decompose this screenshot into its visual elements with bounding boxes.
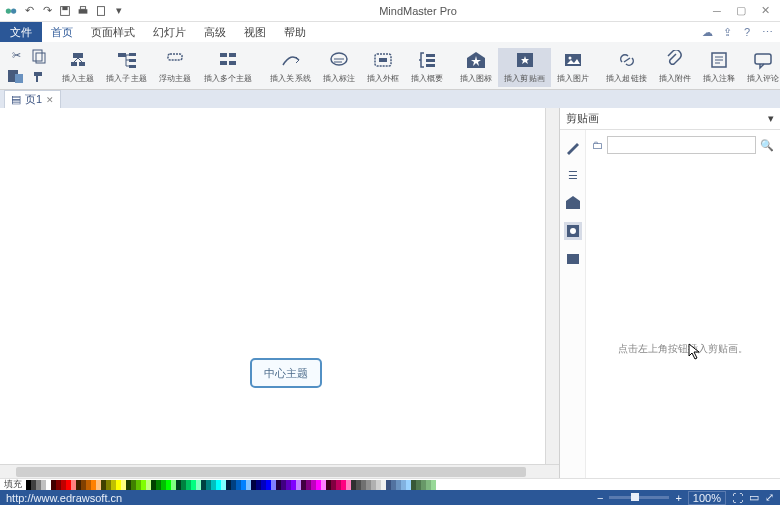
notify-icon[interactable]: ⋯ xyxy=(760,25,774,39)
ribbon-link-button[interactable]: 插入超链接 xyxy=(600,48,653,87)
copy-icon[interactable] xyxy=(30,48,50,64)
status-url: http://www.edrawsoft.cn xyxy=(6,492,122,504)
zoom-in-button[interactable]: + xyxy=(675,492,681,504)
color-swatch[interactable] xyxy=(431,480,436,490)
center-topic-node[interactable]: 中心主题 xyxy=(250,358,322,388)
zoom-level[interactable]: 100% xyxy=(688,491,726,505)
panel-task-icon[interactable] xyxy=(564,250,582,268)
menubar-right-icons: ☁ ⇪ ? ⋯ xyxy=(700,25,780,39)
cloud-icon[interactable]: ☁ xyxy=(700,25,714,39)
qat-dropdown-icon[interactable]: ▾ xyxy=(112,4,126,18)
quick-access-toolbar: ↶ ↷ ▾ xyxy=(0,4,130,18)
tab-home[interactable]: 首页 xyxy=(42,22,82,42)
ribbon-label: 插入图标 xyxy=(460,73,492,85)
ribbon-callout-button[interactable]: 插入标注 xyxy=(317,48,361,87)
ribbon-note-button[interactable]: 插入注释 xyxy=(697,48,741,87)
svg-rect-30 xyxy=(426,54,435,57)
palette-swatches xyxy=(26,480,436,490)
svg-rect-32 xyxy=(426,64,435,67)
fit-page-icon[interactable]: ⛶ xyxy=(732,492,743,504)
ribbon-subtopic-button[interactable]: 插入子主题 xyxy=(100,48,153,87)
print-icon[interactable] xyxy=(76,4,90,18)
panel-format-icon[interactable] xyxy=(564,138,582,156)
undo-icon[interactable]: ↶ xyxy=(22,4,36,18)
tab-pagestyle[interactable]: 页面样式 xyxy=(82,22,144,42)
panel-outline-icon[interactable]: ☰ xyxy=(564,166,582,184)
ribbon-relation-button[interactable]: 插入关系线 xyxy=(264,48,317,87)
document-tab[interactable]: ▤ 页1 ✕ xyxy=(4,90,61,108)
right-panel: 剪贴画 ▾ ☰ 🗀 🔍 点击左上角按钮插入剪贴画。 xyxy=(560,108,780,478)
ribbon-image-button[interactable]: 插入图片 xyxy=(551,48,595,87)
tab-slideshow[interactable]: 幻灯片 xyxy=(144,22,195,42)
ribbon-multi-button[interactable]: 插入多个主题 xyxy=(197,48,259,87)
svg-rect-12 xyxy=(71,62,77,66)
share-icon[interactable]: ⇪ xyxy=(720,25,734,39)
ribbon-boundary-button[interactable]: 插入外框 xyxy=(361,48,405,87)
library-icon[interactable]: 🗀 xyxy=(592,139,603,151)
main-area: 中心主题 剪贴画 ▾ ☰ 🗀 🔍 点击左上角按钮 xyxy=(0,108,780,478)
svg-rect-29 xyxy=(379,58,387,62)
cut-icon[interactable]: ✂ xyxy=(6,48,26,64)
help-icon[interactable]: ? xyxy=(740,25,754,39)
file-menu-button[interactable]: 文件 xyxy=(0,22,42,42)
ribbon-summary-button[interactable]: 插入概要 xyxy=(405,48,449,87)
search-icon[interactable]: 🔍 xyxy=(760,139,774,152)
scrollbar-thumb[interactable] xyxy=(16,467,526,477)
export-icon[interactable] xyxy=(94,4,108,18)
ribbon-label: 插入概要 xyxy=(411,73,443,85)
tab-help[interactable]: 帮助 xyxy=(275,22,315,42)
paste-icon[interactable] xyxy=(6,68,26,84)
close-button[interactable]: ✕ xyxy=(754,3,776,19)
ribbon-label: 插入评论 xyxy=(747,73,779,85)
ribbon-clipart-button[interactable]: 插入剪贴画 xyxy=(498,48,551,87)
vertical-scrollbar[interactable] xyxy=(545,108,559,464)
app-icon xyxy=(4,4,18,18)
link-icon xyxy=(616,50,638,70)
svg-point-35 xyxy=(569,57,572,60)
topic-icon xyxy=(67,50,89,70)
svg-line-15 xyxy=(78,58,82,62)
svg-point-1 xyxy=(11,8,16,13)
ribbon-label: 插入超链接 xyxy=(606,73,647,85)
doctab-label: 页1 xyxy=(25,92,42,107)
svg-rect-16 xyxy=(118,53,126,57)
ribbon-label: 插入主题 xyxy=(62,73,94,85)
tab-advanced[interactable]: 高级 xyxy=(195,22,235,42)
panel-clipart-icon[interactable] xyxy=(564,222,582,240)
ribbon-float-button[interactable]: 浮动主题 xyxy=(153,48,197,87)
ribbon-label: 插入关系线 xyxy=(270,73,311,85)
svg-rect-19 xyxy=(129,65,136,68)
zoom-out-button[interactable]: − xyxy=(597,492,603,504)
clipart-search-input[interactable] xyxy=(607,136,756,154)
ribbon-iconlib-button[interactable]: 插入图标 xyxy=(454,48,498,87)
svg-rect-9 xyxy=(33,50,42,61)
panel-iconlib-icon[interactable] xyxy=(564,194,582,212)
fullscreen-icon[interactable]: ⤢ xyxy=(765,491,774,504)
ribbon-label: 插入多个主题 xyxy=(204,73,253,85)
svg-line-14 xyxy=(74,58,78,62)
save-icon[interactable] xyxy=(58,4,72,18)
horizontal-scrollbar[interactable] xyxy=(0,464,559,478)
redo-icon[interactable]: ↷ xyxy=(40,4,54,18)
minimize-button[interactable]: ─ xyxy=(706,3,728,19)
zoom-slider-knob[interactable] xyxy=(631,493,639,501)
clipboard-group: ✂ xyxy=(4,44,28,87)
status-bar: http://www.edrawsoft.cn − + 100% ⛶ ▭ ⤢ xyxy=(0,490,780,505)
tab-view[interactable]: 视图 xyxy=(235,22,275,42)
float-icon xyxy=(164,50,186,70)
canvas[interactable]: 中心主题 xyxy=(0,108,559,478)
ribbon-label: 插入图片 xyxy=(557,73,589,85)
panel-menu-icon[interactable]: ▾ xyxy=(768,112,774,125)
ribbon-label: 插入附件 xyxy=(659,73,691,85)
panel-title-bar: 剪贴画 ▾ xyxy=(560,108,780,130)
doctab-close-icon[interactable]: ✕ xyxy=(46,95,54,105)
format-painter-icon[interactable] xyxy=(30,68,50,84)
fit-width-icon[interactable]: ▭ xyxy=(749,491,759,504)
maximize-button[interactable]: ▢ xyxy=(730,3,752,19)
zoom-slider[interactable] xyxy=(609,496,669,499)
ribbon-comment-button[interactable]: 插入评论 xyxy=(741,48,780,87)
svg-rect-5 xyxy=(80,6,85,9)
iconlib-icon xyxy=(465,50,487,70)
ribbon-topic-button[interactable]: 插入主题 xyxy=(56,48,100,87)
ribbon-attach-button[interactable]: 插入附件 xyxy=(653,48,697,87)
